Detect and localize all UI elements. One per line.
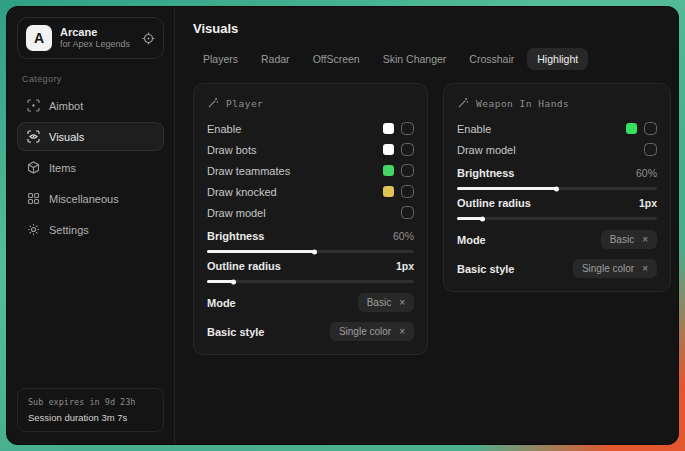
- wand-icon: [207, 97, 219, 109]
- tab-radar[interactable]: Radar: [251, 48, 300, 70]
- tag-row: Mode Basic ×: [207, 293, 414, 312]
- target-icon[interactable]: [142, 32, 155, 45]
- sidebar-item-label: Items: [49, 162, 76, 174]
- sidebar-item-label: Aimbot: [49, 100, 83, 112]
- panel-header: Player: [207, 97, 414, 109]
- slider[interactable]: [207, 280, 414, 283]
- sub-expires-text: Sub expires in 9d 23h: [28, 397, 153, 407]
- tab-skin-changer[interactable]: Skin Changer: [373, 48, 457, 70]
- toggle-label: Draw model: [207, 207, 401, 219]
- slider-label: Brightness: [207, 230, 264, 242]
- color-swatch[interactable]: [626, 123, 637, 134]
- tab-offscreen[interactable]: OffScreen: [303, 48, 370, 70]
- tab-bar: PlayersRadarOffScreenSkin ChangerCrossha…: [193, 48, 671, 70]
- app-window: A Arcane for Apex Legends Category Aimbo…: [6, 6, 679, 445]
- tag-label: Mode: [207, 297, 236, 309]
- remove-tag-icon[interactable]: ×: [642, 235, 648, 245]
- aimbot-crosshair-icon: [27, 99, 40, 112]
- tag-text: Single color: [339, 326, 391, 337]
- toggle-label: Draw bots: [207, 144, 383, 156]
- panel-title: Player: [226, 98, 263, 109]
- checkbox[interactable]: [401, 122, 414, 135]
- sidebar-item-settings[interactable]: Settings: [17, 215, 164, 244]
- slider-fill[interactable]: [207, 280, 234, 283]
- tag-label: Mode: [457, 234, 486, 246]
- tag-pill[interactable]: Basic ×: [601, 230, 657, 249]
- session-duration-text: Session duration 3m 7s: [28, 412, 153, 423]
- miscellaneous-grid-icon: [27, 192, 40, 205]
- sidebar-item-aimbot[interactable]: Aimbot: [17, 91, 164, 120]
- slider-row: Outline radius 1px: [457, 197, 657, 220]
- checkbox[interactable]: [401, 143, 414, 156]
- app-logo: A: [26, 25, 52, 51]
- tag-pill[interactable]: Single color ×: [573, 259, 657, 278]
- toggle-row: Draw model: [457, 139, 657, 160]
- tab-crosshair[interactable]: Crosshair: [459, 48, 524, 70]
- toggle-label: Draw knocked: [207, 186, 383, 198]
- slider-value: 1px: [396, 260, 414, 272]
- checkbox[interactable]: [401, 206, 414, 219]
- slider-value: 60%: [636, 167, 657, 179]
- color-swatch[interactable]: [383, 123, 394, 134]
- sidebar-item-visuals[interactable]: Visuals: [17, 122, 164, 151]
- tab-players[interactable]: Players: [193, 48, 248, 70]
- color-swatch[interactable]: [383, 144, 394, 155]
- tag-text: Single color: [582, 263, 634, 274]
- app-subtitle: for Apex Legends: [60, 39, 134, 50]
- items-box-icon: [27, 161, 40, 174]
- tag-row: Basic style Single color ×: [457, 259, 657, 278]
- tab-highlight[interactable]: Highlight: [527, 48, 588, 70]
- slider-fill[interactable]: [457, 187, 557, 190]
- checkbox[interactable]: [644, 122, 657, 135]
- sidebar-item-label: Visuals: [49, 131, 84, 143]
- slider-label: Outline radius: [457, 197, 531, 209]
- toggle-label: Enable: [207, 123, 383, 135]
- visuals-eye-icon: [27, 130, 40, 143]
- sidebar-nav: Aimbot Visuals Items Miscellaneous Setti…: [17, 91, 164, 244]
- slider-label: Brightness: [457, 167, 514, 179]
- slider[interactable]: [457, 187, 657, 190]
- category-label: Category: [22, 74, 159, 84]
- slider-fill[interactable]: [457, 217, 483, 220]
- sidebar-item-label: Settings: [49, 224, 89, 236]
- slider-label: Outline radius: [207, 260, 281, 272]
- profile-card[interactable]: A Arcane for Apex Legends: [17, 17, 164, 59]
- tag-row: Basic style Single color ×: [207, 322, 414, 341]
- toggle-row: Draw bots: [207, 139, 414, 160]
- checkbox[interactable]: [401, 185, 414, 198]
- slider-fill[interactable]: [207, 250, 315, 253]
- toggle-row: Enable: [457, 118, 657, 139]
- tag-pill[interactable]: Basic ×: [358, 293, 414, 312]
- subscription-card: Sub expires in 9d 23h Session duration 3…: [17, 388, 164, 432]
- sidebar-item-miscellaneous[interactable]: Miscellaneous: [17, 184, 164, 213]
- panel-rows: Enable Draw model Brightness 60% Outline…: [457, 118, 657, 278]
- app-name: Arcane: [60, 26, 134, 40]
- checkbox[interactable]: [644, 143, 657, 156]
- color-swatch[interactable]: [383, 186, 394, 197]
- tag-pill[interactable]: Single color ×: [330, 322, 414, 341]
- sidebar: A Arcane for Apex Legends Category Aimbo…: [7, 7, 175, 444]
- slider-row: Brightness 60%: [457, 167, 657, 190]
- color-swatch[interactable]: [383, 165, 394, 176]
- tag-row: Mode Basic ×: [457, 230, 657, 249]
- tag-text: Basic: [610, 234, 634, 245]
- toggle-row: Draw knocked: [207, 181, 414, 202]
- remove-tag-icon[interactable]: ×: [642, 264, 648, 274]
- slider[interactable]: [457, 217, 657, 220]
- slider-row: Outline radius 1px: [207, 260, 414, 283]
- slider-row: Brightness 60%: [207, 230, 414, 253]
- sidebar-item-items[interactable]: Items: [17, 153, 164, 182]
- slider-value: 60%: [393, 230, 414, 242]
- toggle-row: Draw model: [207, 202, 414, 223]
- page-title: Visuals: [193, 21, 671, 36]
- panel-title: Weapon In Hands: [476, 98, 569, 109]
- slider[interactable]: [207, 250, 414, 253]
- sidebar-item-label: Miscellaneous: [49, 193, 119, 205]
- toggle-label: Draw model: [457, 144, 644, 156]
- remove-tag-icon[interactable]: ×: [399, 327, 405, 337]
- toggle-label: Draw teammates: [207, 165, 383, 177]
- tag-text: Basic: [367, 297, 391, 308]
- remove-tag-icon[interactable]: ×: [399, 298, 405, 308]
- checkbox[interactable]: [401, 164, 414, 177]
- toggle-row: Enable: [207, 118, 414, 139]
